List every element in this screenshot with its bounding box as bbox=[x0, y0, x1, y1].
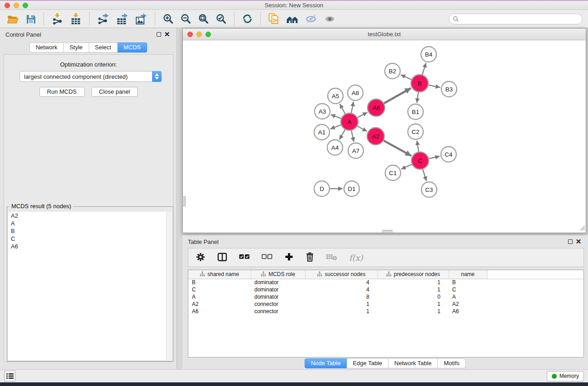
graph-node-B4[interactable]: B4 bbox=[421, 47, 436, 62]
cell[interactable]: 1 bbox=[378, 308, 449, 315]
split-handle-left[interactable] bbox=[182, 196, 186, 206]
tab-network-table[interactable]: Network Table bbox=[388, 358, 438, 368]
graph-node-D1[interactable]: D1 bbox=[344, 181, 359, 196]
graph-node-D[interactable]: D bbox=[314, 181, 330, 196]
cell[interactable]: A6 bbox=[449, 308, 487, 315]
zoom-selected-button[interactable] bbox=[212, 12, 230, 26]
graph-edge-B-B4[interactable] bbox=[422, 63, 426, 75]
graph-node-A[interactable]: A bbox=[341, 113, 358, 130]
graph-node-A4[interactable]: A4 bbox=[327, 140, 343, 155]
split-columns-button[interactable] bbox=[217, 253, 227, 263]
open-session-button[interactable] bbox=[4, 12, 22, 26]
tab-mcds[interactable]: MCDS bbox=[118, 43, 147, 52]
zoom-out-button[interactable] bbox=[177, 12, 195, 26]
table-settings-button[interactable] bbox=[196, 252, 206, 263]
graph-node-B[interactable]: B bbox=[411, 75, 428, 92]
graph-edge-A-A2[interactable] bbox=[358, 126, 367, 132]
export-table-button[interactable] bbox=[113, 12, 132, 26]
hide-graphics-details-button[interactable] bbox=[302, 12, 320, 26]
show-all-columns-button[interactable] bbox=[239, 254, 250, 261]
memory-button[interactable]: Memory bbox=[547, 371, 584, 381]
graph-node-A1[interactable]: A1 bbox=[314, 124, 330, 140]
show-graphics-details-button[interactable] bbox=[320, 12, 339, 26]
table-row[interactable]: Adominator80A bbox=[188, 293, 583, 300]
tab-motifs[interactable]: Motifs bbox=[438, 358, 466, 368]
tab-network[interactable]: Network bbox=[29, 43, 64, 52]
cell[interactable]: A6 bbox=[188, 308, 251, 315]
create-column-button[interactable] bbox=[284, 252, 294, 263]
cell[interactable]: B bbox=[449, 279, 487, 286]
tab-node-table[interactable]: Node Table bbox=[305, 358, 347, 368]
tab-select[interactable]: Select bbox=[89, 43, 118, 52]
close-table-panel-button[interactable]: ✕ bbox=[574, 238, 583, 246]
cell[interactable]: 4 bbox=[305, 279, 378, 286]
cell[interactable]: A bbox=[188, 293, 251, 300]
run-mcds-button[interactable]: Run MCDS bbox=[39, 87, 85, 97]
cell[interactable]: 1 bbox=[305, 308, 378, 315]
mcds-result-item[interactable]: A6 bbox=[8, 243, 172, 250]
window-resize-grip[interactable] bbox=[579, 224, 585, 232]
graph-edge-A2-C[interactable] bbox=[384, 141, 411, 156]
cell[interactable]: A2 bbox=[449, 300, 487, 308]
column-header-mcds-role[interactable]: MCDS role bbox=[251, 270, 305, 279]
graph-node-C1[interactable]: C1 bbox=[385, 165, 401, 181]
import-table-button[interactable] bbox=[67, 12, 85, 26]
graph-edge-B-B2[interactable] bbox=[401, 75, 411, 80]
split-handle-bottom[interactable] bbox=[382, 230, 392, 233]
table-row[interactable]: A2connector11A2 bbox=[188, 300, 583, 308]
graph-node-B3[interactable]: B3 bbox=[441, 81, 457, 97]
import-network-button[interactable] bbox=[48, 12, 67, 26]
mcds-result-item[interactable]: C bbox=[8, 235, 172, 243]
task-history-button[interactable] bbox=[4, 371, 15, 381]
column-header-name[interactable]: name bbox=[449, 270, 487, 279]
graph-node-B2[interactable]: B2 bbox=[385, 63, 400, 79]
export-network-button[interactable] bbox=[94, 12, 113, 26]
graph-node-A2[interactable]: A2 bbox=[367, 128, 384, 145]
graph-node-A3[interactable]: A3 bbox=[315, 104, 330, 119]
cell[interactable]: connector bbox=[251, 300, 305, 308]
mcds-result-item[interactable]: A bbox=[8, 219, 172, 227]
cell[interactable]: 0 bbox=[378, 293, 449, 300]
cell[interactable]: dominator bbox=[251, 293, 305, 300]
column-header-successor-nodes[interactable]: successor nodes bbox=[305, 270, 378, 279]
optimization-criterion-select[interactable]: largest connected component (directed) bbox=[19, 71, 162, 82]
cell[interactable]: C bbox=[188, 286, 251, 293]
cell[interactable]: 4 bbox=[305, 286, 378, 293]
graph-node-A5[interactable]: A5 bbox=[328, 88, 343, 104]
cell[interactable]: 8 bbox=[305, 293, 378, 300]
zoom-in-button[interactable] bbox=[159, 12, 177, 26]
export-image-button[interactable] bbox=[132, 12, 151, 26]
save-session-button[interactable] bbox=[22, 12, 39, 26]
graph-edge-A-A4[interactable] bbox=[339, 129, 345, 139]
hide-all-columns-button[interactable] bbox=[262, 254, 272, 261]
graph-edge-C-C4[interactable] bbox=[429, 156, 440, 158]
graph-edge-A-A8[interactable] bbox=[351, 102, 354, 113]
graph-node-C[interactable]: C bbox=[411, 152, 429, 169]
graph-node-A7[interactable]: A7 bbox=[348, 143, 363, 158]
cell[interactable]: 1 bbox=[378, 286, 449, 293]
cell[interactable]: A2 bbox=[188, 300, 251, 308]
cell[interactable]: A bbox=[449, 293, 487, 300]
mcds-result-item[interactable]: A2 bbox=[8, 212, 172, 219]
graph-node-C4[interactable]: C4 bbox=[441, 147, 456, 162]
float-panel-button[interactable] bbox=[155, 30, 163, 38]
graph-node-A6[interactable]: A6 bbox=[368, 99, 385, 116]
search-input[interactable] bbox=[461, 15, 578, 22]
float-table-panel-button[interactable] bbox=[566, 238, 574, 246]
close-panel-button[interactable]: ✕ bbox=[163, 30, 171, 38]
graph-edge-C-C1[interactable] bbox=[401, 164, 412, 169]
network-from-clipboard-button[interactable] bbox=[265, 12, 283, 26]
refresh-view-button[interactable] bbox=[239, 12, 256, 26]
graph-edge-A-A5[interactable] bbox=[340, 104, 345, 114]
graph-edge-B-B3[interactable] bbox=[429, 85, 440, 87]
graph-edge-A-A1[interactable] bbox=[330, 125, 341, 129]
result-list-scrollbar[interactable] bbox=[166, 212, 172, 360]
cell[interactable]: 1 bbox=[305, 300, 378, 308]
close-mcds-panel-button[interactable]: Close panel bbox=[91, 87, 138, 97]
delete-column-button[interactable] bbox=[306, 252, 314, 263]
network-canvas[interactable]: B4B2BB3B1A5A8A6A3AA1C2A4A7A2CC4C1C3DD1 bbox=[183, 40, 586, 233]
graph-node-B1[interactable]: B1 bbox=[408, 104, 423, 119]
cell[interactable]: dominator bbox=[251, 286, 305, 293]
graph-node-C3[interactable]: C3 bbox=[421, 182, 437, 197]
graph-edge-C-C3[interactable] bbox=[423, 169, 426, 181]
